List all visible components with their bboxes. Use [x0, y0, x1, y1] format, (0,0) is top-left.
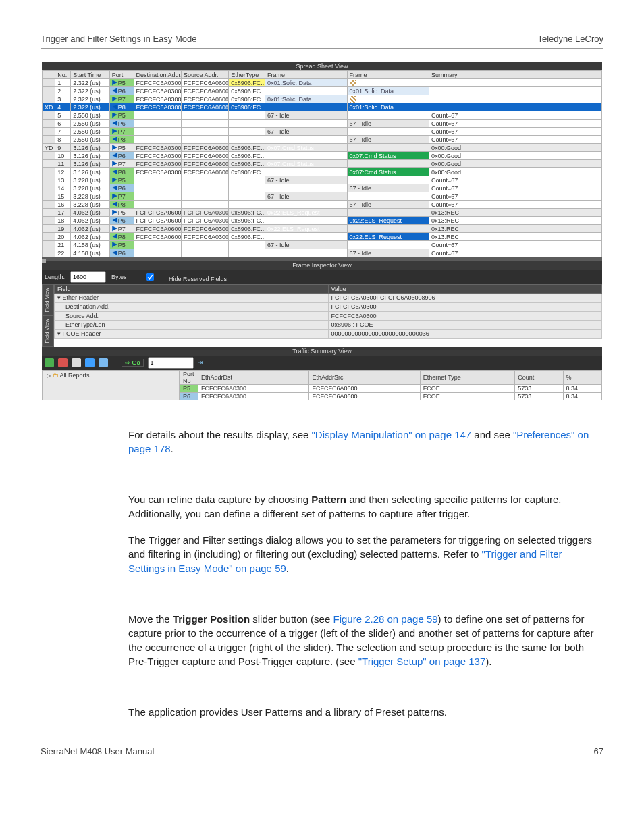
- embedded-screenshot: Spread Sheet View No.Start TimePortDesti…: [42, 62, 602, 400]
- table-row[interactable]: 153.228 (us)⯈P767 - IdleCount=67: [43, 192, 602, 201]
- folder-icon: 🗀: [53, 372, 59, 379]
- table-row[interactable]: 224.158 (us)⯇P667 - IdleCount=67: [43, 249, 602, 257]
- fi-col-value: Value: [328, 284, 602, 293]
- frame-inspector-side-tabs[interactable]: Field View Field View: [42, 284, 54, 348]
- table-row[interactable]: 62.550 (us)⯇P667 - IdleCount=67: [43, 120, 602, 128]
- fi-tab-1[interactable]: Field View: [42, 284, 54, 316]
- page-header: Trigger and Filter Settings in Easy Mode…: [41, 34, 603, 49]
- fi-row[interactable]: ▾ Ether HeaderFCFCFC6A0300FCFCFC6A060089…: [55, 294, 602, 303]
- table-row[interactable]: 204.062 (us)⯇P8FCFCFC6A0600FCFCFC6A03000…: [43, 233, 602, 241]
- fi-row[interactable]: Destination Add.FCFCFC6A0300: [55, 303, 602, 311]
- paragraph-4: Move the Trigger Position slider button …: [41, 612, 603, 669]
- frame-inspector-title: Frame Inspector View: [42, 261, 602, 269]
- trigger-position-bold: Trigger Position: [173, 613, 250, 625]
- traffic-summary-toolbar: ⇨ Go ⇥: [42, 356, 602, 370]
- table-row[interactable]: 133.228 (us)⯈P567 - IdleCount=67: [43, 176, 602, 184]
- tsv-col-header[interactable]: EthAddrSrc: [309, 370, 420, 385]
- table-row[interactable]: 214.158 (us)⯈P567 - IdleCount=67: [43, 241, 602, 249]
- header-left: Trigger and Filter Settings in Easy Mode: [41, 34, 196, 44]
- tsv-row[interactable]: P6FCFCFC6A0300FCFCFC6A0600FCOE57338.34: [180, 392, 602, 400]
- ss-col-header[interactable]: Frame: [265, 71, 348, 79]
- ss-col-header[interactable]: Summary: [429, 71, 602, 79]
- traffic-summary-tree[interactable]: ▷ 🗀 All Reports: [42, 370, 180, 400]
- ss-col-header[interactable]: EtherType: [229, 71, 265, 79]
- ss-col-header[interactable]: Port: [109, 71, 134, 79]
- table-row[interactable]: 32.322 (us)⯈P7FCFCFC6A0300FCFCFC6A06000x…: [43, 95, 602, 103]
- stop-icon[interactable]: [58, 358, 68, 367]
- frame-inspector-toolbar: Length: Bytes Hide Reserved Fields: [42, 270, 602, 284]
- paragraph-3: The Trigger and Filter settings dialog a…: [41, 533, 603, 575]
- paragraph-2: You can refine data capture by choosing …: [41, 492, 603, 521]
- table-row[interactable]: 72.550 (us)⯈P767 - IdleCount=67: [43, 128, 602, 136]
- frame-inspector-table[interactable]: Field Value ▾ Ether HeaderFCFCFC6A0300FC…: [54, 284, 602, 339]
- play-icon[interactable]: [45, 358, 54, 367]
- table-row[interactable]: 52.550 (us)⯈P567 - IdleCount=67: [43, 111, 602, 120]
- traffic-summary-title: Traffic Summary View: [42, 347, 602, 355]
- go-input[interactable]: [148, 357, 194, 369]
- go-button[interactable]: ⇨ Go: [122, 359, 144, 367]
- ss-col-header[interactable]: Frame: [347, 71, 429, 79]
- link-display-manipulation[interactable]: "Display Manipulation" on page 147: [312, 429, 472, 440]
- table-row[interactable]: 12.322 (us)⯈P5FCFCFC6A0300FCFCFC6A06000x…: [43, 79, 602, 87]
- tsv-col-header[interactable]: EthAddrDst: [198, 370, 309, 385]
- pattern-bold: Pattern: [311, 494, 346, 505]
- tree-root-label[interactable]: All Reports: [60, 372, 90, 379]
- print-icon[interactable]: [72, 358, 81, 367]
- fi-tab-2[interactable]: Field View: [42, 315, 54, 347]
- ss-col-header[interactable]: No.: [55, 71, 71, 79]
- ss-col-header[interactable]: Start Time: [71, 71, 110, 79]
- table-row[interactable]: 184.062 (us)⯇P6FCFCFC6A0600FCFCFC6A03000…: [43, 217, 602, 225]
- table-row[interactable]: 163.228 (us)⯇P867 - IdleCount=67: [43, 201, 602, 209]
- paragraph-1: For details about the results display, s…: [41, 427, 603, 456]
- table-row[interactable]: XD42.322 (us)⯇P8FCFCFC6A0300FCFCFC6A0600…: [43, 103, 602, 111]
- table-row[interactable]: 82.550 (us)⯇P867 - IdleCount=67: [43, 136, 602, 144]
- fi-row[interactable]: Source Add.FCFCFC6A0600: [55, 311, 602, 320]
- table-row[interactable]: 113.126 (us)⯈P7FCFCFC6A0300FCFCFC6A06000…: [43, 160, 602, 168]
- paragraph-5: The application provides User Patterns a…: [41, 705, 603, 719]
- table-row[interactable]: 174.062 (us)⯈P5FCFCFC6A0600FCFCFC6A03000…: [43, 209, 602, 217]
- traffic-summary-table[interactable]: Port NoEthAddrDstEthAddrSrcEthernet Type…: [180, 370, 602, 400]
- table-row[interactable]: 143.228 (us)⯇P667 - IdleCount=67: [43, 184, 602, 192]
- link-trigger-setup[interactable]: "Trigger Setup" on page 137: [358, 656, 486, 667]
- table-row[interactable]: 22.322 (us)⯇P6FCFCFC6A0300FCFCFC6A06000x…: [43, 87, 602, 95]
- tsv-row[interactable]: P5FCFCFC6A0300FCFCFC6A0600FCOE57338.34: [180, 385, 602, 392]
- length-unit: Bytes: [111, 273, 127, 280]
- table-row[interactable]: YD93.126 (us)⯈P5FCFCFC6A0300FCFCFC6A0600…: [43, 144, 602, 152]
- tree-expand-icon[interactable]: ▷: [47, 373, 51, 379]
- length-input[interactable]: [70, 271, 106, 283]
- tool-icon-1[interactable]: [85, 358, 95, 367]
- tsv-col-header[interactable]: Count: [515, 370, 563, 385]
- hide-reserved-input[interactable]: [135, 273, 165, 281]
- footer-page-number: 67: [594, 746, 603, 756]
- page-footer: SierraNet M408 User Manual 67: [41, 746, 603, 756]
- length-label: Length:: [45, 273, 65, 280]
- go-last-icon[interactable]: ⇥: [198, 359, 203, 366]
- footer-left: SierraNet M408 User Manual: [41, 746, 154, 756]
- table-row[interactable]: 123.126 (us)⯇P8FCFCFC6A0300FCFCFC6A06000…: [43, 168, 602, 176]
- fi-row[interactable]: ▾ FCOE Header000000000000000000000000000…: [55, 330, 602, 338]
- spreadsheet-title: Spread Sheet View: [42, 62, 602, 70]
- tool-icon-2[interactable]: [99, 358, 108, 367]
- spreadsheet-table[interactable]: No.Start TimePortDestination Addr.Source…: [42, 70, 602, 257]
- header-right: Teledyne LeCroy: [537, 34, 603, 44]
- hide-reserved-checkbox[interactable]: Hide Reserved Fields: [132, 271, 227, 283]
- fi-row[interactable]: EtherType/Len0x8906 : FCOE: [55, 321, 602, 330]
- table-row[interactable]: 194.062 (us)⯈P7FCFCFC6A0600FCFCFC6A03000…: [43, 225, 602, 233]
- tsv-col-header[interactable]: %: [563, 370, 601, 385]
- tsv-col-header[interactable]: Ethernet Type: [420, 370, 514, 385]
- ss-col-header[interactable]: Source Addr.: [181, 71, 228, 79]
- fi-col-field: Field: [55, 284, 329, 293]
- tsv-col-header[interactable]: Port No: [180, 370, 198, 385]
- link-figure-2-28[interactable]: Figure 2.28 on page 59: [333, 613, 437, 625]
- ss-col-header[interactable]: Destination Addr.: [134, 71, 181, 79]
- table-row[interactable]: 103.126 (us)⯇P6FCFCFC6A0300FCFCFC6A06000…: [43, 152, 602, 160]
